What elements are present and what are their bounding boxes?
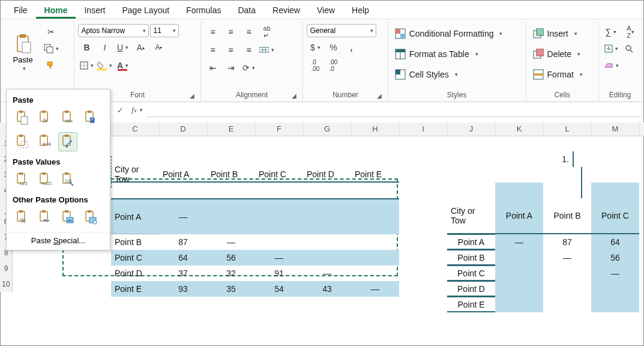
align-middle-button[interactable]: ≡ — [223, 24, 239, 40]
paste-all-icon[interactable] — [13, 108, 32, 127]
bold-button[interactable]: B — [78, 40, 95, 55]
undefined[interactable] — [255, 136, 262, 151]
find-select-button[interactable] — [621, 41, 637, 56]
menu-help[interactable]: Help — [343, 3, 378, 19]
formula-confirm-icon[interactable]: ✓ — [113, 103, 127, 117]
menu-page-layout[interactable]: Page Layout — [113, 3, 178, 19]
col-header-L[interactable]: L — [543, 123, 592, 136]
left-row-name-4[interactable]: Point E — [111, 281, 159, 297]
left-val-2-0[interactable]: 64 — [159, 250, 207, 266]
paste-keep-source-formatting-icon[interactable] — [81, 108, 100, 127]
right-row-name-1[interactable]: Point B — [447, 250, 495, 266]
number-format-combo[interactable]: General▾ — [307, 24, 376, 37]
right-col-2[interactable]: Point C — [591, 198, 639, 234]
col-header-D[interactable]: D — [159, 123, 208, 136]
menu-formulas[interactable]: Formulas — [178, 3, 229, 19]
left-title[interactable]: City or Tow — [111, 167, 159, 183]
comma-button[interactable]: , — [343, 40, 360, 55]
right-val-1-2[interactable]: 56 — [591, 250, 639, 266]
paste-link-icon[interactable] — [35, 208, 55, 227]
menu-data[interactable]: Data — [229, 3, 264, 19]
right-val-4-1[interactable] — [543, 297, 591, 312]
autosum-button[interactable]: ∑▾ — [603, 24, 619, 40]
cut-button[interactable]: ✂ — [43, 24, 59, 40]
right-row-name-3[interactable]: Point D — [447, 281, 495, 297]
menu-insert[interactable]: Insert — [76, 3, 113, 19]
left-val-0-3[interactable] — [303, 198, 351, 234]
col-header-M[interactable]: M — [591, 123, 640, 136]
wrap-text-button[interactable]: ab↵ — [259, 24, 275, 40]
left-val-4-1[interactable]: 35 — [207, 281, 255, 297]
right-val-0-2[interactable]: 64 — [591, 234, 639, 250]
increase-indent-button[interactable]: ⇥ — [223, 60, 239, 76]
orientation-button[interactable]: ⟳▾ — [241, 60, 257, 76]
cell-styles-button[interactable]: Cell Styles▾ — [392, 65, 462, 84]
paste-special-item[interactable]: Paste Special... — [7, 232, 110, 247]
number-dialog-launcher[interactable]: ◢ — [377, 92, 382, 100]
left-col-1[interactable]: Point B — [207, 167, 255, 183]
right-blue-ext-K[interactable] — [495, 183, 543, 198]
align-top-button[interactable]: ≡ — [205, 24, 221, 40]
right-val-2-0[interactable] — [495, 266, 543, 281]
left-val-0-4[interactable] — [351, 198, 399, 234]
right-row-name-4[interactable]: Point E — [447, 297, 495, 312]
col-header-G[interactable]: G — [303, 123, 352, 136]
paste-keep-column-widths-icon[interactable] — [35, 132, 55, 151]
left-val-1-0[interactable]: 87 — [159, 234, 207, 250]
increase-decimal-button[interactable]: .0.00 — [307, 58, 324, 73]
left-val-3-1[interactable]: 32 — [207, 266, 255, 281]
paste-button[interactable]: Paste ▾ — [7, 24, 39, 80]
sort-filter-button[interactable]: AZ▾ — [621, 24, 637, 40]
percent-button[interactable]: % — [325, 40, 342, 55]
right-val-3-0[interactable] — [495, 281, 543, 297]
left-col-2[interactable]: Point C — [255, 167, 303, 183]
fx-icon[interactable]: fx▾ — [130, 103, 144, 117]
paste-linked-picture-icon[interactable] — [81, 208, 100, 227]
row-header-9[interactable]: 9 — [0, 261, 13, 276]
col-header-I[interactable]: I — [399, 123, 448, 136]
right-val-2-2[interactable]: — — [591, 266, 639, 281]
left-val-4-4[interactable]: — — [351, 281, 399, 297]
fill-color-button[interactable]: ▾ — [96, 58, 113, 73]
right-val-0-0[interactable]: — — [495, 234, 543, 250]
underline-button[interactable]: U▾ — [114, 40, 131, 55]
right-col-0[interactable]: Point A — [495, 198, 543, 234]
left-val-3-3[interactable]: — — [303, 266, 351, 281]
paste-values-source-format-icon[interactable]: 123 — [58, 170, 77, 189]
font-size-combo[interactable]: 11▾ — [150, 24, 179, 37]
col-header-J[interactable]: J — [447, 123, 496, 136]
align-right-button[interactable]: ≡ — [241, 42, 257, 58]
paste-no-borders-icon[interactable] — [13, 132, 32, 151]
paste-formulas-number-icon[interactable]: %fx — [58, 108, 77, 127]
alignment-dialog-launcher[interactable]: ◢ — [292, 92, 296, 100]
merge-center-button[interactable]: ▾ — [259, 42, 275, 58]
left-val-1-2[interactable] — [255, 234, 303, 250]
currency-button[interactable]: $▾ — [307, 40, 324, 55]
col-header-H[interactable]: H — [351, 123, 400, 136]
undefined[interactable] — [303, 136, 310, 151]
left-val-2-1[interactable]: 56 — [207, 250, 255, 266]
font-dialog-launcher[interactable]: ◢ — [190, 92, 194, 100]
col-header-K[interactable]: K — [495, 123, 544, 136]
format-cells-button[interactable]: Format▾ — [530, 65, 587, 84]
right-val-4-2[interactable] — [591, 297, 639, 312]
fill-button[interactable]: ▾ — [603, 41, 619, 56]
paste-formatting-icon[interactable]: % — [13, 208, 32, 227]
formula-input[interactable] — [146, 103, 642, 117]
left-col-0[interactable]: Point A — [159, 167, 207, 183]
col-header-F[interactable]: F — [255, 123, 304, 136]
decrease-decimal-button[interactable]: .00.0 — [325, 58, 342, 73]
right-val-3-2[interactable] — [591, 281, 639, 297]
right-row-name-0[interactable]: Point A — [447, 234, 495, 250]
copy-button[interactable]: ▾ — [43, 41, 59, 56]
right-corner[interactable]: 1. — [526, 151, 574, 167]
right-blue-ext-M[interactable] — [591, 183, 639, 198]
align-center-button[interactable]: ≡ — [223, 42, 239, 58]
undefined[interactable] — [111, 136, 118, 151]
format-painter-button[interactable] — [43, 58, 59, 73]
menu-file[interactable]: File — [5, 3, 36, 19]
col-header-C[interactable]: C — [111, 123, 160, 136]
left-val-0-0[interactable]: — — [159, 198, 207, 234]
left-row-name-1[interactable]: Point B — [111, 234, 159, 250]
insert-cells-button[interactable]: Insert▾ — [530, 24, 582, 43]
